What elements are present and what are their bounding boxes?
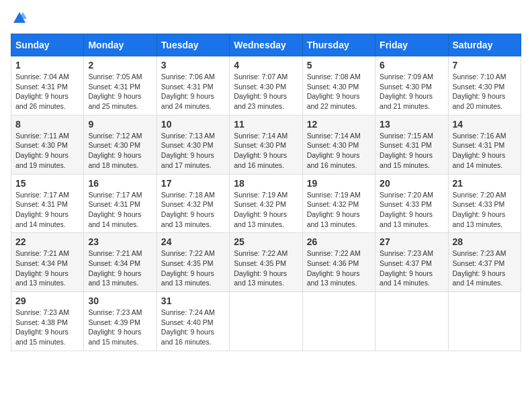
day-number: 19 [307,178,371,189]
calendar-cell: 3Sunrise: 7:06 AMSunset: 4:31 PMDaylight… [157,56,229,116]
calendar-cell: 30Sunrise: 7:23 AMSunset: 4:39 PMDayligh… [84,292,157,351]
calendar-week-row: 8Sunrise: 7:11 AMSunset: 4:30 PMDaylight… [11,115,521,174]
day-number: 22 [15,236,79,247]
day-info: Sunrise: 7:08 AMSunset: 4:30 PMDaylight:… [307,72,371,111]
day-info: Sunrise: 7:20 AMSunset: 4:33 PMDaylight:… [380,190,443,230]
day-number: 20 [380,178,443,189]
logo [11,11,27,26]
calendar-cell: 26Sunrise: 7:22 AMSunset: 4:36 PMDayligh… [302,233,375,292]
day-info: Sunrise: 7:04 AMSunset: 4:31 PMDaylight:… [15,72,79,111]
calendar-cell: 15Sunrise: 7:17 AMSunset: 4:31 PMDayligh… [11,174,84,233]
day-number: 29 [15,295,79,306]
day-info: Sunrise: 7:18 AMSunset: 4:32 PMDaylight:… [161,190,225,230]
calendar-header-thursday: Thursday [302,34,375,56]
calendar-week-row: 1Sunrise: 7:04 AMSunset: 4:31 PMDaylight… [11,56,521,116]
calendar-header-tuesday: Tuesday [157,34,229,56]
day-number: 1 [15,60,79,71]
day-info: Sunrise: 7:22 AMSunset: 4:35 PMDaylight:… [161,248,225,288]
day-number: 12 [307,119,371,130]
calendar-cell [230,292,302,351]
calendar-cell: 20Sunrise: 7:20 AMSunset: 4:33 PMDayligh… [375,174,448,233]
calendar-cell: 23Sunrise: 7:21 AMSunset: 4:34 PMDayligh… [84,233,157,292]
day-number: 25 [234,236,298,247]
calendar-header-row: SundayMondayTuesdayWednesdayThursdayFrid… [11,34,521,56]
calendar-cell: 17Sunrise: 7:18 AMSunset: 4:32 PMDayligh… [157,174,229,233]
calendar-cell [375,292,448,351]
calendar-cell: 27Sunrise: 7:23 AMSunset: 4:37 PMDayligh… [375,233,448,292]
day-info: Sunrise: 7:22 AMSunset: 4:35 PMDaylight:… [234,248,298,288]
calendar-cell: 4Sunrise: 7:07 AMSunset: 4:30 PMDaylight… [230,56,302,116]
day-number: 5 [307,60,371,71]
day-info: Sunrise: 7:13 AMSunset: 4:30 PMDaylight:… [161,131,225,171]
calendar-week-row: 29Sunrise: 7:23 AMSunset: 4:38 PMDayligh… [11,292,521,351]
calendar-cell [448,292,521,351]
calendar-header-sunday: Sunday [11,34,84,56]
day-info: Sunrise: 7:05 AMSunset: 4:31 PMDaylight:… [88,72,152,111]
day-number: 28 [453,236,517,247]
day-number: 26 [307,236,371,247]
day-info: Sunrise: 7:19 AMSunset: 4:32 PMDaylight:… [234,190,298,230]
calendar-header-saturday: Saturday [448,34,521,56]
day-info: Sunrise: 7:07 AMSunset: 4:30 PMDaylight:… [234,72,298,111]
day-info: Sunrise: 7:24 AMSunset: 4:40 PMDaylight:… [161,308,225,347]
day-number: 23 [88,236,152,247]
calendar-cell: 5Sunrise: 7:08 AMSunset: 4:30 PMDaylight… [302,56,375,116]
calendar-cell: 2Sunrise: 7:05 AMSunset: 4:31 PMDaylight… [84,56,157,116]
page-header [11,11,521,26]
day-number: 30 [88,295,152,306]
day-info: Sunrise: 7:15 AMSunset: 4:31 PMDaylight:… [380,131,443,171]
day-info: Sunrise: 7:06 AMSunset: 4:31 PMDaylight:… [161,72,225,111]
day-info: Sunrise: 7:12 AMSunset: 4:30 PMDaylight:… [88,131,152,171]
day-info: Sunrise: 7:19 AMSunset: 4:32 PMDaylight:… [307,190,371,230]
day-number: 14 [453,119,517,130]
day-number: 15 [15,178,79,189]
calendar-cell: 29Sunrise: 7:23 AMSunset: 4:38 PMDayligh… [11,292,84,351]
day-info: Sunrise: 7:20 AMSunset: 4:33 PMDaylight:… [453,190,517,230]
day-number: 7 [453,60,517,71]
calendar-cell: 16Sunrise: 7:17 AMSunset: 4:31 PMDayligh… [84,174,157,233]
calendar-cell: 1Sunrise: 7:04 AMSunset: 4:31 PMDaylight… [11,56,84,116]
day-number: 24 [161,236,225,247]
day-info: Sunrise: 7:09 AMSunset: 4:30 PMDaylight:… [380,72,443,111]
calendar-cell: 31Sunrise: 7:24 AMSunset: 4:40 PMDayligh… [157,292,229,351]
day-number: 27 [380,236,443,247]
day-info: Sunrise: 7:23 AMSunset: 4:39 PMDaylight:… [88,308,152,347]
day-number: 31 [161,295,225,306]
day-info: Sunrise: 7:23 AMSunset: 4:37 PMDaylight:… [380,248,443,288]
calendar-cell: 12Sunrise: 7:14 AMSunset: 4:30 PMDayligh… [302,115,375,174]
day-number: 9 [88,119,152,130]
day-number: 8 [15,119,79,130]
calendar-cell: 22Sunrise: 7:21 AMSunset: 4:34 PMDayligh… [11,233,84,292]
day-number: 21 [453,178,517,189]
day-info: Sunrise: 7:16 AMSunset: 4:31 PMDaylight:… [453,131,517,171]
calendar-week-row: 15Sunrise: 7:17 AMSunset: 4:31 PMDayligh… [11,174,521,233]
calendar-header-monday: Monday [84,34,157,56]
calendar-cell: 25Sunrise: 7:22 AMSunset: 4:35 PMDayligh… [230,233,302,292]
day-info: Sunrise: 7:21 AMSunset: 4:34 PMDaylight:… [88,248,152,288]
day-info: Sunrise: 7:17 AMSunset: 4:31 PMDaylight:… [88,190,152,230]
day-number: 3 [161,60,225,71]
calendar-cell: 8Sunrise: 7:11 AMSunset: 4:30 PMDaylight… [11,115,84,174]
calendar-cell: 9Sunrise: 7:12 AMSunset: 4:30 PMDaylight… [84,115,157,174]
calendar-header-wednesday: Wednesday [230,34,302,56]
day-number: 13 [380,119,443,130]
day-info: Sunrise: 7:23 AMSunset: 4:37 PMDaylight:… [453,248,517,288]
day-info: Sunrise: 7:11 AMSunset: 4:30 PMDaylight:… [15,131,79,171]
day-info: Sunrise: 7:21 AMSunset: 4:34 PMDaylight:… [15,248,79,288]
day-number: 4 [234,60,298,71]
calendar-cell: 10Sunrise: 7:13 AMSunset: 4:30 PMDayligh… [157,115,229,174]
calendar-cell: 19Sunrise: 7:19 AMSunset: 4:32 PMDayligh… [302,174,375,233]
day-number: 10 [161,119,225,130]
calendar-cell: 18Sunrise: 7:19 AMSunset: 4:32 PMDayligh… [230,174,302,233]
day-info: Sunrise: 7:14 AMSunset: 4:30 PMDaylight:… [307,131,371,171]
calendar-week-row: 22Sunrise: 7:21 AMSunset: 4:34 PMDayligh… [11,233,521,292]
day-number: 17 [161,178,225,189]
calendar-cell: 21Sunrise: 7:20 AMSunset: 4:33 PMDayligh… [448,174,521,233]
calendar-cell: 11Sunrise: 7:14 AMSunset: 4:30 PMDayligh… [230,115,302,174]
day-info: Sunrise: 7:17 AMSunset: 4:31 PMDaylight:… [15,190,79,230]
calendar-header-friday: Friday [375,34,448,56]
day-info: Sunrise: 7:14 AMSunset: 4:30 PMDaylight:… [234,131,298,171]
day-number: 11 [234,119,298,130]
calendar-cell: 28Sunrise: 7:23 AMSunset: 4:37 PMDayligh… [448,233,521,292]
day-info: Sunrise: 7:23 AMSunset: 4:38 PMDaylight:… [15,308,79,347]
